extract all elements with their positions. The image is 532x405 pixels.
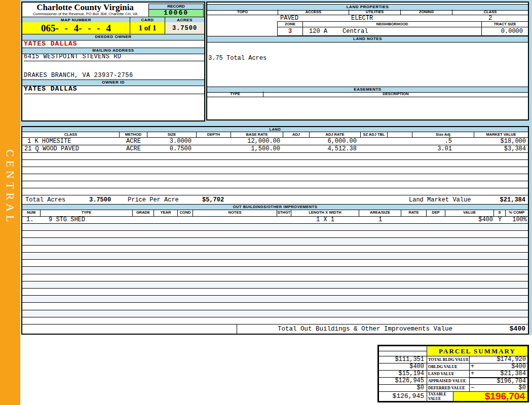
ob-h-notes: NOTES (193, 210, 277, 216)
parcel-record-card: CENTRAL Charlotte County Virginia Commis… (0, 0, 532, 405)
empty-row (22, 253, 528, 260)
empty-row (22, 267, 528, 274)
parcel-summary-title: PARCEL SUMMARY (427, 346, 528, 356)
utilities-header: UTILITIES (349, 10, 401, 15)
appraised-value-label: APPRAISED VALUE (427, 377, 470, 385)
out-buildings-total-box: Total Out Buildings & Other Improvements… (237, 325, 528, 334)
zone-value: 3 (278, 27, 303, 35)
zoning-header: ZONING (401, 10, 452, 15)
land-totals-row: Total Acres 3.7500 Price Per Acre $5,702… (22, 195, 528, 205)
land-h-size: SIZE (147, 132, 197, 137)
ob-h-rate: RATE (401, 210, 427, 216)
right-edge-strip (529, 127, 532, 335)
ob-h-type: TYPE (41, 210, 133, 216)
empty-row (22, 224, 528, 231)
easement-type-header: TYPE (207, 92, 263, 97)
taxable-value-label: TAXABLE VALUE (427, 391, 453, 401)
prior-land-value: $15,194 (378, 370, 427, 378)
out-building-row: 1. 9 STG SHED 1 X 1 1 $400 Y 100% (22, 217, 528, 224)
total-acres-label: Total Acres (25, 196, 65, 204)
land-h-size-adj: Size Adj (412, 132, 474, 137)
district-label: CENTRAL (4, 149, 17, 225)
tract-size-header: TRACT SIZE (482, 22, 528, 27)
district-sidebar: CENTRAL (0, 0, 20, 405)
ob-h-pct-comp: % COMP (506, 210, 528, 216)
land-properties-values: PAVED ELECTR 2 (207, 15, 528, 21)
total-acres-value: 3.7500 (89, 196, 111, 204)
address-line1: 6415 WESTPOINT STEVENS RD (24, 53, 204, 61)
empty-row (22, 317, 528, 325)
out-buildings-headers: NUM TYPE GRADE YEAR COND NOTES STHGT LEN… (22, 210, 528, 217)
class-header: CLASS (452, 10, 528, 15)
empty-row (22, 153, 528, 160)
empty-row (22, 274, 528, 281)
empty-row (22, 174, 528, 181)
land-value: + $21,384 (469, 370, 528, 378)
ob-h-length-width: LENGTH X WIDTH (291, 210, 359, 216)
empty-row (22, 289, 528, 296)
land-value-label: LAND VALUE (427, 370, 470, 378)
price-per-acre-label: Price Per Acre (128, 196, 179, 204)
land-properties-panel: LAND PROPERTIES TOPO ACCESS UTILITIES ZO… (206, 2, 529, 120)
land-h-base-rate: BASE RATE (231, 132, 283, 137)
empty-row (22, 246, 528, 253)
out-buildings-total-value: $400 (510, 325, 525, 333)
empty-row (22, 303, 528, 310)
land-market-value-label: Land Market Value (409, 196, 471, 204)
empty-row (22, 181, 528, 188)
ob-h-dep: DEP (427, 210, 445, 216)
commissioner-line: Commissioner of the Revenue, PO Box 308,… (22, 12, 148, 16)
prior-obldg-value: $400 (378, 363, 427, 371)
zone-header: ZONE (278, 22, 303, 27)
address-line2: DRAKES BRANCH, VA 23937-2756 (24, 72, 204, 79)
record-value: 10060 (149, 10, 203, 17)
topo-value (207, 15, 278, 22)
land-h-adj: ADJ (283, 132, 310, 137)
prior-taxable-value: $126,945 (378, 391, 427, 401)
empty-row (22, 310, 528, 317)
obldg-value: + $400 (469, 363, 528, 371)
map-number-value: 065- - 4- - - 4 (22, 22, 130, 34)
neighborhood-code: 120 A (303, 28, 327, 35)
card-value: 1 of 1 (130, 22, 165, 34)
neighborhood-name: Central (327, 28, 368, 35)
appraised-value: $196,704 (469, 377, 528, 385)
prior-total-bldg-value: $111,351 (378, 356, 427, 363)
deeded-owner-value: YATES DALLAS (24, 40, 78, 48)
empty-row (22, 231, 528, 238)
deferred-value-label: DEFERRED VALUE (427, 384, 470, 392)
empty-row (22, 296, 528, 303)
easements-headers: TYPE DESCRIPTION (207, 92, 528, 97)
zone-table: ZONE NEIGHBORHOOD TRACT SIZE 3 120 A Cen… (277, 21, 528, 36)
ob-h-grade: GRADE (133, 210, 154, 216)
land-table-panel: LAND CLASS METHOD SIZE DEPTH BASE RATE A… (21, 126, 529, 335)
empty-row (22, 260, 528, 267)
owner-panel: Charlotte County Virginia Commissioner o… (21, 2, 205, 122)
map-value-row: 065- - 4- - - 4 1 of 1 3.7500 (22, 22, 204, 34)
easement-description-header: DESCRIPTION (263, 92, 528, 97)
ob-h-num: NUM (22, 210, 41, 216)
empty-row (22, 238, 528, 245)
land-empty-rows (22, 153, 528, 195)
utilities-value: ELECTR (349, 15, 401, 22)
neighborhood-value: 120 A Central (303, 27, 482, 35)
land-market-value: $21,384 (500, 196, 525, 204)
owner-id-value: YATES DALLAS (24, 85, 204, 94)
land-row: 21 Q WOOD PAVED ACRE 0.7500 1,500.00 4,5… (22, 145, 528, 153)
land-row: 1 K HOMESITE ACRE 3.0000 12,000.00 6,000… (22, 138, 528, 145)
ob-h-value: VALUE (445, 210, 494, 216)
taxable-value: $196,704 (453, 391, 528, 401)
price-per-acre-value: $5,702 (202, 196, 224, 204)
empty-row (22, 167, 528, 174)
total-bldg-value-label: TOTAL BLDG VALUE (427, 356, 470, 363)
out-buildings-total-label: Total Out Buildings & Other Improvements… (278, 326, 452, 333)
prior-appraised-value: $126,945 (378, 377, 427, 385)
access-header: ACCESS (278, 10, 349, 15)
empty-row (22, 188, 528, 195)
land-h-class: CLASS (22, 132, 120, 137)
title-block: Charlotte County Virginia Commissioner o… (22, 3, 148, 16)
total-bldg-value: $174,920 (469, 356, 528, 363)
parcel-summary-panel: PARCEL SUMMARY $111,351 TOTAL BLDG VALUE… (377, 345, 529, 402)
out-buildings-band: OUT BUILDINGS/OTHER IMPROVEMENTS (22, 205, 528, 210)
ob-h-area-size: AREA/SIZE (359, 210, 401, 216)
